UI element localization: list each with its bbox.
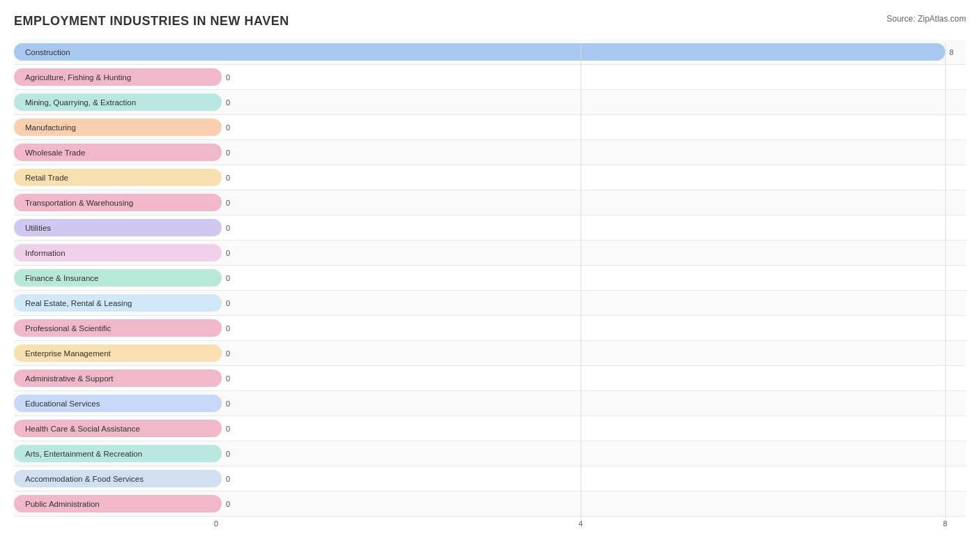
bar-label: Real Estate, Rental & Leasing [25,299,132,307]
bar-value: 0 [226,224,230,232]
grid-line [216,43,217,519]
chart-area: Construction8Agriculture, Fishing & Hunt… [14,40,966,533]
bar-label: Transportation & Warehousing [25,199,133,207]
bar-row: Enterprise Management0 [14,341,966,366]
bar-value: 0 [226,73,230,82]
bar-row: Mining, Quarrying, & Extraction0 [14,90,966,115]
bar-value: 0 [226,148,230,157]
bar-row: Public Administration0 [14,492,966,517]
bar-label: Mining, Quarrying, & Extraction [25,98,136,107]
x-axis-label: 4 [579,519,583,528]
bar-row: Professional & Scientific0 [14,316,966,341]
bar-label: Wholesale Trade [25,148,85,157]
x-axis-label: 0 [214,519,218,528]
bar-value: 0 [226,374,230,383]
bar-label: Construction [25,48,70,56]
bar-value: 0 [226,349,230,358]
bar-label: Health Care & Social Assistance [25,425,140,433]
bar-label: Public Administration [25,500,100,508]
bar-row: Transportation & Warehousing0 [14,190,966,215]
bar-fill [14,43,945,61]
x-axis: 048 [14,519,966,533]
bar-label: Professional & Scientific [25,324,111,333]
bar-value: 0 [226,324,230,333]
bar-label: Utilities [25,224,51,232]
bar-value: 0 [226,500,230,508]
bar-label: Retail Trade [25,174,68,182]
bar-label: Administrative & Support [25,374,114,383]
bar-value: 0 [226,98,230,107]
bar-value: 0 [226,299,230,307]
grid-line [945,43,946,519]
bar-row: Agriculture, Fishing & Hunting0 [14,65,966,90]
bar-value: 0 [226,174,230,182]
bar-value: 0 [226,123,230,132]
bar-row: Retail Trade0 [14,165,966,190]
grid-line [581,43,581,519]
bar-row: Health Care & Social Assistance0 [14,416,966,441]
bar-row: Administrative & Support0 [14,366,966,391]
bar-value: 0 [226,249,230,257]
bar-row: Accommodation & Food Services0 [14,466,966,492]
bar-row: Arts, Entertainment & Recreation0 [14,441,966,466]
bar-label: Arts, Entertainment & Recreation [25,450,142,458]
bar-value: 0 [226,475,230,483]
bar-row: Utilities0 [14,215,966,241]
bar-value: 0 [226,274,230,282]
bar-row: Information0 [14,241,966,266]
bar-row: Educational Services0 [14,391,966,416]
chart-title: EMPLOYMENT INDUSTRIES IN NEW HAVEN [14,14,289,29]
chart-header: EMPLOYMENT INDUSTRIES IN NEW HAVEN Sourc… [14,14,966,29]
bar-value: 8 [949,48,954,56]
bar-value: 0 [226,199,230,207]
bar-value: 0 [226,399,230,408]
bar-row: Real Estate, Rental & Leasing0 [14,291,966,316]
bar-label: Manufacturing [25,123,76,132]
chart-source: Source: ZipAtlas.com [887,14,966,24]
x-axis-label: 8 [943,519,947,528]
bar-label: Educational Services [25,399,100,408]
bar-label: Enterprise Management [25,349,111,358]
bar-label: Finance & Insurance [25,274,98,282]
bar-row: Finance & Insurance0 [14,266,966,291]
bar-label: Information [25,249,66,257]
bar-value: 0 [226,425,230,433]
bar-row: Manufacturing0 [14,115,966,140]
bar-label: Accommodation & Food Services [25,475,144,483]
bar-row: Wholesale Trade0 [14,140,966,165]
bar-value: 0 [226,450,230,458]
bar-label: Agriculture, Fishing & Hunting [25,73,131,82]
chart-container: EMPLOYMENT INDUSTRIES IN NEW HAVEN Sourc… [0,0,980,541]
bar-row: Construction8 [14,40,966,65]
